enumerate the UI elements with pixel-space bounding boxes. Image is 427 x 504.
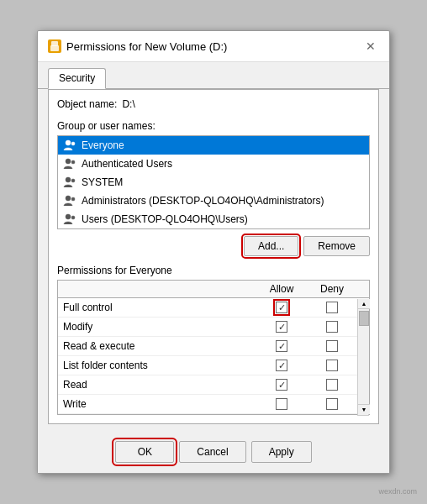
user-icon-administrators	[63, 194, 76, 207]
perm-deny-readexecute	[307, 338, 357, 354]
user-name-everyone: Everyone	[82, 139, 124, 151]
perm-name-readexecute: Read & execute	[58, 337, 256, 355]
svg-point-8	[66, 196, 71, 201]
permissions-dialog: Permissions for New Volume (D:) ✕ Securi…	[37, 30, 390, 474]
checkbox-allow-read[interactable]	[276, 379, 287, 391]
svg-point-4	[66, 159, 71, 164]
perm-name-listfolder: List folder contents	[58, 356, 256, 375]
user-name-administrators: Administrators (DESKTOP-QLO4OHQ\Administ…	[82, 195, 324, 207]
svg-point-11	[71, 216, 75, 219]
checkbox-deny-listfolder[interactable]	[326, 360, 338, 371]
checkbox-allow-listfolder[interactable]	[276, 360, 287, 371]
perm-name-modify: Modify	[58, 318, 256, 336]
perm-deny-write	[307, 396, 357, 412]
perm-row-write: Write ▲	[58, 395, 369, 414]
svg-point-10	[66, 214, 71, 219]
user-icon-system	[63, 176, 76, 189]
checkbox-deny-write[interactable]	[326, 398, 338, 410]
perm-col-name	[58, 281, 256, 297]
dialog-buttons-row: OK Cancel Apply	[38, 434, 389, 473]
permissions-table: Allow Deny Full control Modify	[57, 280, 370, 415]
user-icon-authenticated	[63, 157, 76, 171]
object-name-row: Object name: D:\	[57, 98, 370, 110]
perm-deny-modify	[307, 318, 357, 335]
title-icon	[48, 39, 61, 53]
tabs-bar: Security	[38, 62, 389, 89]
perm-row-fullcontrol: Full control	[58, 298, 369, 318]
title-bar-left: Permissions for New Volume (D:)	[48, 39, 227, 53]
user-item-everyone[interactable]: Everyone	[58, 136, 369, 155]
perm-allow-write	[256, 396, 307, 412]
apply-button[interactable]: Apply	[251, 441, 312, 463]
user-item-users[interactable]: Users (DESKTOP-QLO4OHQ\Users)	[58, 210, 369, 228]
perm-row-read: Read	[58, 375, 369, 395]
svg-point-6	[66, 177, 71, 182]
remove-button[interactable]: Remove	[303, 236, 370, 256]
object-name-value: D:\	[122, 98, 134, 110]
perm-name-read: Read	[58, 375, 256, 394]
user-item-system[interactable]: SYSTEM	[58, 173, 369, 192]
add-button[interactable]: Add...	[244, 236, 298, 256]
user-name-authenticated: Authenticated Users	[82, 158, 172, 170]
svg-rect-1	[50, 45, 59, 51]
add-remove-row: Add... Remove	[57, 236, 370, 256]
perm-col-deny: Deny	[307, 281, 357, 297]
user-icon-everyone	[63, 139, 76, 152]
close-button[interactable]: ✕	[362, 38, 379, 55]
checkbox-deny-readexecute[interactable]	[326, 340, 338, 352]
svg-point-5	[71, 160, 75, 164]
perm-allow-readexecute	[256, 338, 307, 354]
user-item-authenticated[interactable]: Authenticated Users	[58, 155, 369, 173]
svg-point-2	[66, 140, 71, 145]
title-bar: Permissions for New Volume (D:) ✕	[38, 31, 389, 62]
checkbox-allow-write[interactable]	[276, 398, 287, 410]
watermark: wexdn.com	[378, 487, 417, 496]
tab-security[interactable]: Security	[48, 68, 106, 89]
perm-row-readexecute: Read & execute	[58, 337, 369, 356]
perm-deny-fullcontrol	[307, 299, 357, 316]
checkbox-allow-modify[interactable]	[276, 321, 287, 333]
perm-allow-read	[256, 376, 307, 393]
user-list: Everyone Authenticated Users	[57, 135, 370, 229]
scroll-thumb[interactable]	[359, 311, 369, 326]
perm-deny-read	[307, 376, 357, 393]
perm-name-fullcontrol: Full control	[58, 298, 256, 317]
ok-button[interactable]: OK	[115, 441, 174, 463]
checkbox-deny-read[interactable]	[326, 379, 338, 391]
checkbox-allow-readexecute[interactable]	[276, 340, 287, 352]
user-name-users: Users (DESKTOP-QLO4OHQ\Users)	[82, 213, 248, 225]
permissions-label: Permissions for Everyone	[57, 265, 370, 276]
user-item-administrators[interactable]: Administrators (DESKTOP-QLO4OHQ\Administ…	[58, 192, 369, 210]
user-name-system: SYSTEM	[82, 176, 123, 188]
svg-point-9	[71, 197, 75, 201]
perm-allow-fullcontrol	[256, 299, 307, 316]
main-content: Object name: D:\ Group or user names: Ev…	[48, 89, 379, 424]
group-label: Group or user names:	[57, 120, 370, 132]
perm-deny-listfolder	[307, 357, 357, 374]
user-icon-users	[63, 213, 76, 226]
perm-allow-listfolder	[256, 357, 307, 374]
svg-point-3	[71, 142, 75, 145]
perm-row-modify: Modify	[58, 318, 369, 337]
perm-scrollbar[interactable]: ▲ ▼	[357, 299, 369, 414]
perm-name-write: Write	[58, 395, 256, 413]
cancel-button[interactable]: Cancel	[179, 441, 245, 463]
scroll-up[interactable]: ▲	[358, 299, 370, 309]
object-name-label: Object name:	[57, 98, 117, 110]
checkbox-deny-modify[interactable]	[326, 321, 338, 333]
checkbox-deny-fullcontrol[interactable]	[326, 302, 338, 313]
dialog-title: Permissions for New Volume (D:)	[66, 40, 227, 53]
checkbox-allow-fullcontrol[interactable]	[276, 302, 287, 313]
perm-col-allow: Allow	[256, 281, 307, 297]
perm-allow-modify	[256, 318, 307, 335]
scroll-down[interactable]: ▼	[358, 404, 370, 414]
permissions-header: Allow Deny	[58, 281, 369, 298]
svg-point-7	[71, 179, 75, 182]
perm-row-listfolder: List folder contents	[58, 356, 369, 375]
